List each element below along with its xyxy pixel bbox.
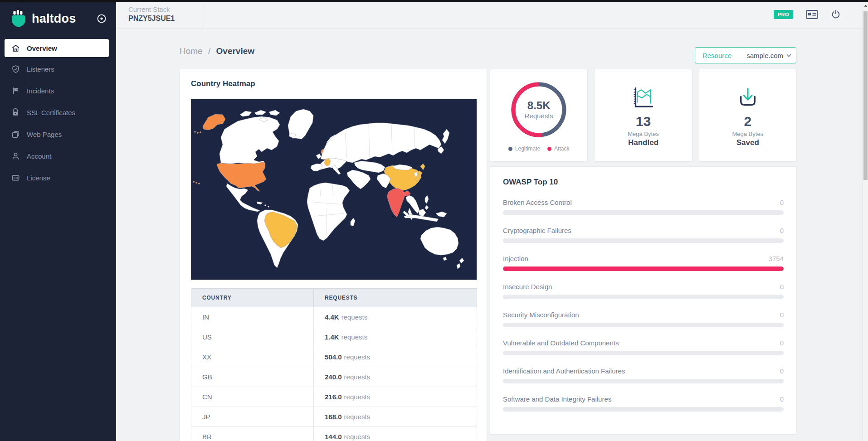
- owasp-item: Identification and Authentication Failur…: [503, 367, 784, 383]
- country-heatmap-title: Country Heatmap: [191, 79, 476, 88]
- country-requests-table: COUNTRY REQUESTS IN4.4Krequests US1.4Kre…: [191, 288, 477, 441]
- country-code: US: [191, 327, 314, 347]
- requests-donut-card: 8.5K Requests Legitimate Attack: [490, 69, 588, 162]
- donut-legend: Legitimate Attack: [508, 145, 570, 152]
- owasp-item: Software and Data Integrity Failures0: [503, 395, 784, 412]
- owasp-item: Cryptographic Failures0: [503, 227, 784, 243]
- request-count: 504.0: [325, 353, 342, 361]
- country-heatmap-card: Country Heatmap: [180, 69, 487, 441]
- logo-row: haltdos: [0, 0, 116, 32]
- top-header: Current Stack PNZY5JSUE1 PRO: [116, 0, 863, 29]
- sidebar-item-label: Web Pages: [27, 131, 62, 138]
- legitimate-dot: [508, 147, 512, 151]
- country-code: GB: [191, 367, 314, 387]
- owasp-bar: [503, 267, 784, 271]
- column-header-requests: REQUESTS: [314, 289, 477, 307]
- current-stack-block: Current Stack PNZY5JSUE1: [116, 0, 204, 29]
- user-icon: [11, 151, 20, 160]
- owasp-title: OWASP Top 10: [503, 178, 784, 187]
- sidebar-item-label: Incidents: [27, 87, 54, 95]
- logo-text: haltdos: [32, 12, 76, 26]
- mb-saved-unit: Mega Bytes: [732, 131, 763, 137]
- breadcrumb-current: Overview: [216, 46, 255, 56]
- header-actions: PRO: [774, 10, 863, 19]
- window-top-edge: [0, 0, 868, 2]
- sidebar-item-incidents[interactable]: Incidents: [0, 81, 116, 101]
- sidebar-item-overview[interactable]: Overview: [5, 39, 109, 57]
- mb-handled-unit: Mega Bytes: [628, 131, 659, 137]
- sidebar-toggle-icon[interactable]: [96, 13, 107, 24]
- country-code: XX: [191, 347, 314, 367]
- breadcrumb: Home / Overview: [180, 46, 254, 56]
- mb-handled-label: Handled: [628, 138, 658, 147]
- breadcrumb-separator: /: [208, 46, 210, 56]
- lock-icon: [11, 108, 20, 117]
- table-row: IN4.4Krequests: [191, 307, 477, 327]
- request-count: 216.0: [325, 393, 342, 401]
- owasp-item: Vulnerable and Outdated Components0: [503, 339, 784, 355]
- scrollbar-thumb[interactable]: [863, 11, 868, 180]
- owasp-bar: [503, 295, 784, 299]
- scrollbar-up-arrow[interactable]: [864, 5, 868, 7]
- table-row: BR144.0requests: [191, 427, 477, 441]
- sidebar-item-web-pages[interactable]: Web Pages: [0, 124, 116, 144]
- contact-card-icon[interactable]: [806, 10, 818, 19]
- resource-selector-value: sample.com: [746, 52, 783, 59]
- legend-attack: Attack: [554, 145, 569, 152]
- chevron-down-icon: [786, 54, 791, 57]
- owasp-bar: [503, 407, 784, 412]
- request-count: 144.0: [325, 433, 342, 441]
- request-count: 4.4K: [325, 313, 339, 321]
- sidebar-item-license[interactable]: License: [0, 168, 116, 188]
- sidebar-item-ssl-certificates[interactable]: SSL Certificates: [0, 102, 116, 122]
- owasp-item: Insecure Design0: [503, 283, 784, 299]
- shield-check-icon: [11, 64, 20, 73]
- legend-legitimate: Legitimate: [515, 145, 540, 152]
- total-requests-label: Requests: [524, 112, 553, 120]
- main-content: Home / Overview Resource sample.com Coun…: [116, 29, 863, 441]
- sidebar-nav: Overview Listeners Incidents SSL Certifi…: [0, 39, 116, 188]
- resource-selector[interactable]: Resource sample.com: [695, 47, 796, 63]
- haltdos-logo-icon: [10, 10, 27, 27]
- breadcrumb-home[interactable]: Home: [180, 46, 203, 56]
- total-requests-value: 8.5K: [527, 100, 551, 111]
- owasp-item: Security Misconfiguration0: [503, 311, 784, 327]
- home-icon: [11, 44, 20, 53]
- download-tray-icon: [735, 84, 761, 112]
- requests-donut-chart: 8.5K Requests: [509, 80, 568, 139]
- vertical-scrollbar[interactable]: [863, 2, 868, 441]
- world-heatmap[interactable]: [191, 99, 477, 280]
- owasp-bar: [503, 351, 784, 355]
- sidebar-item-label: Overview: [27, 44, 57, 52]
- sidebar-item-account[interactable]: Account: [0, 146, 116, 166]
- owasp-bar: [503, 210, 784, 215]
- resource-selector-label: Resource: [695, 48, 739, 63]
- table-row: GB240.0requests: [191, 367, 477, 387]
- table-row: JP168.0requests: [191, 407, 477, 427]
- sidebar-item-listeners[interactable]: Listeners: [0, 59, 116, 79]
- sidebar: haltdos Overview Listeners Incidents: [0, 0, 116, 441]
- request-count: 240.0: [325, 373, 342, 381]
- country-code: IN: [191, 307, 314, 327]
- owasp-top10-card: OWASP Top 10 Broken Access Control0 Cryp…: [490, 166, 797, 435]
- sidebar-item-label: Account: [27, 152, 51, 160]
- request-count: 168.0: [325, 413, 342, 421]
- attack-dot: [547, 147, 551, 151]
- request-count: 1.4K: [325, 333, 339, 341]
- country-code: BR: [191, 427, 314, 441]
- owasp-bar: [503, 238, 784, 243]
- flag-icon: [11, 86, 20, 95]
- table-row: XX504.0requests: [191, 347, 477, 367]
- table-row: CN216.0requests: [191, 387, 477, 407]
- mb-saved-card: 2 Mega Bytes Saved: [699, 69, 797, 162]
- sidebar-item-label: Listeners: [27, 65, 54, 73]
- mb-handled-card: 13 Mega Bytes Handled: [594, 69, 692, 162]
- power-icon[interactable]: [831, 10, 841, 19]
- country-code: JP: [191, 407, 314, 427]
- country-code: CN: [191, 387, 314, 407]
- mb-saved-value: 2: [744, 114, 751, 130]
- owasp-item: Broken Access Control0: [503, 199, 784, 215]
- sidebar-item-label: License: [27, 174, 50, 182]
- column-header-country: COUNTRY: [191, 289, 314, 307]
- barcode-icon: [11, 173, 20, 182]
